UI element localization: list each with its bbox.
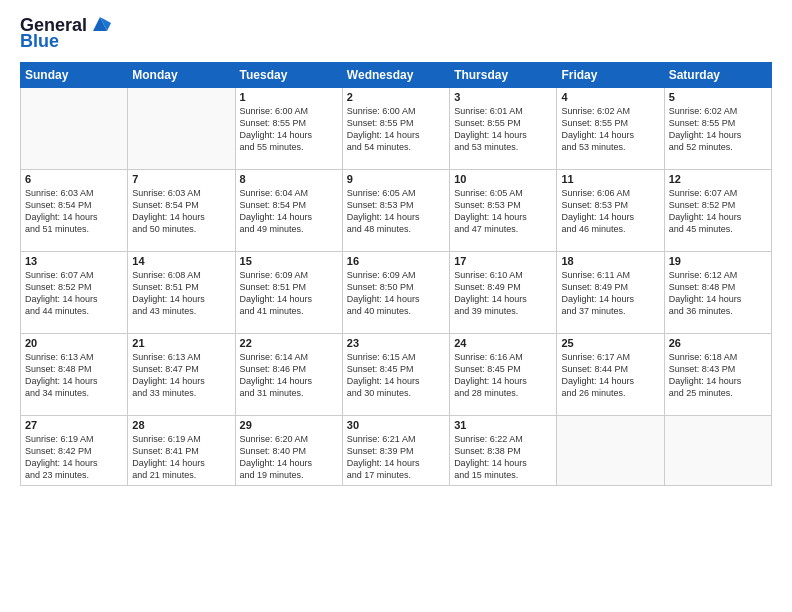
calendar-cell: 7Sunrise: 6:03 AM Sunset: 8:54 PM Daylig… [128, 169, 235, 251]
calendar-cell: 12Sunrise: 6:07 AM Sunset: 8:52 PM Dayli… [664, 169, 771, 251]
day-info: Sunrise: 6:15 AM Sunset: 8:45 PM Dayligh… [347, 351, 445, 400]
day-number: 25 [561, 337, 659, 349]
calendar-cell: 26Sunrise: 6:18 AM Sunset: 8:43 PM Dayli… [664, 333, 771, 415]
calendar-cell: 23Sunrise: 6:15 AM Sunset: 8:45 PM Dayli… [342, 333, 449, 415]
calendar-week-4: 20Sunrise: 6:13 AM Sunset: 8:48 PM Dayli… [21, 333, 772, 415]
day-number: 3 [454, 91, 552, 103]
day-info: Sunrise: 6:21 AM Sunset: 8:39 PM Dayligh… [347, 433, 445, 482]
calendar-cell: 4Sunrise: 6:02 AM Sunset: 8:55 PM Daylig… [557, 87, 664, 169]
day-info: Sunrise: 6:01 AM Sunset: 8:55 PM Dayligh… [454, 105, 552, 154]
logo-icon [89, 13, 111, 35]
calendar-cell: 30Sunrise: 6:21 AM Sunset: 8:39 PM Dayli… [342, 415, 449, 485]
weekday-header-monday: Monday [128, 62, 235, 87]
calendar-cell: 22Sunrise: 6:14 AM Sunset: 8:46 PM Dayli… [235, 333, 342, 415]
calendar-cell: 17Sunrise: 6:10 AM Sunset: 8:49 PM Dayli… [450, 251, 557, 333]
calendar-cell: 28Sunrise: 6:19 AM Sunset: 8:41 PM Dayli… [128, 415, 235, 485]
day-number: 6 [25, 173, 123, 185]
calendar-cell: 24Sunrise: 6:16 AM Sunset: 8:45 PM Dayli… [450, 333, 557, 415]
day-number: 15 [240, 255, 338, 267]
header: General Blue [20, 16, 772, 52]
calendar-cell: 31Sunrise: 6:22 AM Sunset: 8:38 PM Dayli… [450, 415, 557, 485]
day-info: Sunrise: 6:07 AM Sunset: 8:52 PM Dayligh… [669, 187, 767, 236]
calendar-header-row: SundayMondayTuesdayWednesdayThursdayFrid… [21, 62, 772, 87]
day-info: Sunrise: 6:03 AM Sunset: 8:54 PM Dayligh… [25, 187, 123, 236]
day-number: 31 [454, 419, 552, 431]
calendar-cell: 8Sunrise: 6:04 AM Sunset: 8:54 PM Daylig… [235, 169, 342, 251]
calendar-cell: 16Sunrise: 6:09 AM Sunset: 8:50 PM Dayli… [342, 251, 449, 333]
day-info: Sunrise: 6:02 AM Sunset: 8:55 PM Dayligh… [561, 105, 659, 154]
day-info: Sunrise: 6:17 AM Sunset: 8:44 PM Dayligh… [561, 351, 659, 400]
calendar-week-5: 27Sunrise: 6:19 AM Sunset: 8:42 PM Dayli… [21, 415, 772, 485]
calendar-cell: 1Sunrise: 6:00 AM Sunset: 8:55 PM Daylig… [235, 87, 342, 169]
day-number: 16 [347, 255, 445, 267]
day-info: Sunrise: 6:05 AM Sunset: 8:53 PM Dayligh… [347, 187, 445, 236]
calendar-cell [128, 87, 235, 169]
weekday-header-tuesday: Tuesday [235, 62, 342, 87]
day-info: Sunrise: 6:20 AM Sunset: 8:40 PM Dayligh… [240, 433, 338, 482]
day-number: 30 [347, 419, 445, 431]
weekday-header-friday: Friday [557, 62, 664, 87]
day-info: Sunrise: 6:19 AM Sunset: 8:41 PM Dayligh… [132, 433, 230, 482]
day-number: 20 [25, 337, 123, 349]
calendar-cell [21, 87, 128, 169]
day-number: 17 [454, 255, 552, 267]
day-number: 24 [454, 337, 552, 349]
calendar-cell: 20Sunrise: 6:13 AM Sunset: 8:48 PM Dayli… [21, 333, 128, 415]
weekday-header-saturday: Saturday [664, 62, 771, 87]
calendar-cell: 9Sunrise: 6:05 AM Sunset: 8:53 PM Daylig… [342, 169, 449, 251]
day-info: Sunrise: 6:05 AM Sunset: 8:53 PM Dayligh… [454, 187, 552, 236]
calendar-cell: 5Sunrise: 6:02 AM Sunset: 8:55 PM Daylig… [664, 87, 771, 169]
day-number: 29 [240, 419, 338, 431]
calendar-cell [557, 415, 664, 485]
calendar-week-2: 6Sunrise: 6:03 AM Sunset: 8:54 PM Daylig… [21, 169, 772, 251]
day-info: Sunrise: 6:18 AM Sunset: 8:43 PM Dayligh… [669, 351, 767, 400]
day-number: 13 [25, 255, 123, 267]
day-number: 28 [132, 419, 230, 431]
day-number: 5 [669, 91, 767, 103]
day-number: 14 [132, 255, 230, 267]
day-info: Sunrise: 6:03 AM Sunset: 8:54 PM Dayligh… [132, 187, 230, 236]
calendar-cell: 19Sunrise: 6:12 AM Sunset: 8:48 PM Dayli… [664, 251, 771, 333]
day-info: Sunrise: 6:19 AM Sunset: 8:42 PM Dayligh… [25, 433, 123, 482]
page: General Blue SundayMondayTuesdayWednesda… [0, 0, 792, 612]
day-info: Sunrise: 6:06 AM Sunset: 8:53 PM Dayligh… [561, 187, 659, 236]
day-number: 9 [347, 173, 445, 185]
day-number: 4 [561, 91, 659, 103]
day-info: Sunrise: 6:10 AM Sunset: 8:49 PM Dayligh… [454, 269, 552, 318]
calendar-table: SundayMondayTuesdayWednesdayThursdayFrid… [20, 62, 772, 486]
calendar-cell: 14Sunrise: 6:08 AM Sunset: 8:51 PM Dayli… [128, 251, 235, 333]
calendar-cell: 11Sunrise: 6:06 AM Sunset: 8:53 PM Dayli… [557, 169, 664, 251]
day-number: 8 [240, 173, 338, 185]
day-info: Sunrise: 6:09 AM Sunset: 8:51 PM Dayligh… [240, 269, 338, 318]
day-info: Sunrise: 6:00 AM Sunset: 8:55 PM Dayligh… [240, 105, 338, 154]
day-number: 10 [454, 173, 552, 185]
day-info: Sunrise: 6:02 AM Sunset: 8:55 PM Dayligh… [669, 105, 767, 154]
day-info: Sunrise: 6:07 AM Sunset: 8:52 PM Dayligh… [25, 269, 123, 318]
day-info: Sunrise: 6:00 AM Sunset: 8:55 PM Dayligh… [347, 105, 445, 154]
calendar-cell: 21Sunrise: 6:13 AM Sunset: 8:47 PM Dayli… [128, 333, 235, 415]
calendar-cell: 13Sunrise: 6:07 AM Sunset: 8:52 PM Dayli… [21, 251, 128, 333]
calendar-cell: 10Sunrise: 6:05 AM Sunset: 8:53 PM Dayli… [450, 169, 557, 251]
day-number: 22 [240, 337, 338, 349]
day-info: Sunrise: 6:08 AM Sunset: 8:51 PM Dayligh… [132, 269, 230, 318]
calendar-cell: 29Sunrise: 6:20 AM Sunset: 8:40 PM Dayli… [235, 415, 342, 485]
day-number: 19 [669, 255, 767, 267]
calendar-week-1: 1Sunrise: 6:00 AM Sunset: 8:55 PM Daylig… [21, 87, 772, 169]
weekday-header-wednesday: Wednesday [342, 62, 449, 87]
day-number: 23 [347, 337, 445, 349]
day-number: 12 [669, 173, 767, 185]
day-info: Sunrise: 6:22 AM Sunset: 8:38 PM Dayligh… [454, 433, 552, 482]
calendar-week-3: 13Sunrise: 6:07 AM Sunset: 8:52 PM Dayli… [21, 251, 772, 333]
day-info: Sunrise: 6:11 AM Sunset: 8:49 PM Dayligh… [561, 269, 659, 318]
day-info: Sunrise: 6:09 AM Sunset: 8:50 PM Dayligh… [347, 269, 445, 318]
weekday-header-sunday: Sunday [21, 62, 128, 87]
calendar-cell: 25Sunrise: 6:17 AM Sunset: 8:44 PM Dayli… [557, 333, 664, 415]
calendar-cell: 2Sunrise: 6:00 AM Sunset: 8:55 PM Daylig… [342, 87, 449, 169]
calendar-cell: 3Sunrise: 6:01 AM Sunset: 8:55 PM Daylig… [450, 87, 557, 169]
day-info: Sunrise: 6:12 AM Sunset: 8:48 PM Dayligh… [669, 269, 767, 318]
calendar-cell: 15Sunrise: 6:09 AM Sunset: 8:51 PM Dayli… [235, 251, 342, 333]
day-info: Sunrise: 6:16 AM Sunset: 8:45 PM Dayligh… [454, 351, 552, 400]
day-number: 1 [240, 91, 338, 103]
day-info: Sunrise: 6:13 AM Sunset: 8:48 PM Dayligh… [25, 351, 123, 400]
logo-text-blue: Blue [20, 32, 59, 52]
